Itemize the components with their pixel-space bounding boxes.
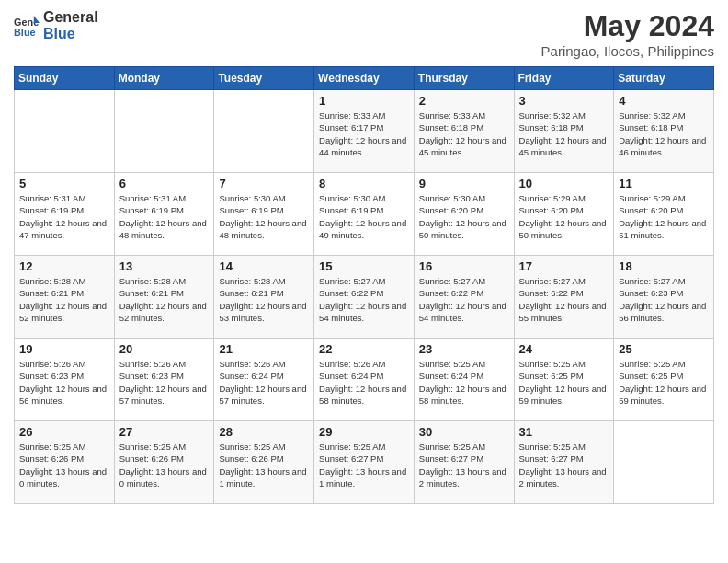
day-info: Sunrise: 5:32 AMSunset: 6:18 PMDaylight:… xyxy=(519,109,609,158)
day-number: 28 xyxy=(219,425,309,439)
month-title: May 2024 xyxy=(541,9,714,43)
calendar-cell: 22Sunrise: 5:26 AMSunset: 6:24 PMDayligh… xyxy=(314,339,415,421)
calendar-week-row: 26Sunrise: 5:25 AMSunset: 6:26 PMDayligh… xyxy=(15,421,714,504)
calendar-cell xyxy=(614,421,714,504)
day-number: 10 xyxy=(519,177,609,190)
day-number: 11 xyxy=(619,177,709,190)
calendar-cell: 17Sunrise: 5:27 AMSunset: 6:22 PMDayligh… xyxy=(514,256,614,339)
calendar-week-row: 5Sunrise: 5:31 AMSunset: 6:19 PMDaylight… xyxy=(15,173,714,256)
day-info: Sunrise: 5:25 AMSunset: 6:27 PMDaylight:… xyxy=(319,441,409,489)
day-number: 16 xyxy=(419,259,509,273)
day-info: Sunrise: 5:29 AMSunset: 6:20 PMDaylight:… xyxy=(519,192,609,241)
calendar-cell: 4Sunrise: 5:32 AMSunset: 6:18 PMDaylight… xyxy=(614,90,714,173)
calendar-cell: 29Sunrise: 5:25 AMSunset: 6:27 PMDayligh… xyxy=(314,421,415,504)
day-info: Sunrise: 5:29 AMSunset: 6:20 PMDaylight:… xyxy=(619,192,709,241)
day-number: 13 xyxy=(119,259,210,273)
calendar-cell: 18Sunrise: 5:27 AMSunset: 6:23 PMDayligh… xyxy=(614,256,714,339)
logo-line2: Blue xyxy=(43,26,98,42)
day-info: Sunrise: 5:25 AMSunset: 6:27 PMDaylight:… xyxy=(419,441,509,489)
day-number: 12 xyxy=(19,259,109,273)
day-number: 9 xyxy=(419,177,509,190)
day-info: Sunrise: 5:33 AMSunset: 6:17 PMDaylight:… xyxy=(319,109,409,158)
svg-text:Blue: Blue xyxy=(14,26,36,37)
logo-icon: Gene Blue xyxy=(14,13,40,39)
day-number: 7 xyxy=(219,177,309,190)
day-number: 22 xyxy=(319,342,409,356)
calendar-cell: 21Sunrise: 5:26 AMSunset: 6:24 PMDayligh… xyxy=(214,339,314,421)
day-info: Sunrise: 5:25 AMSunset: 6:25 PMDaylight:… xyxy=(519,358,609,407)
page-header: Gene Blue General Blue May 2024 Paringao… xyxy=(14,9,714,59)
day-info: Sunrise: 5:32 AMSunset: 6:18 PMDaylight:… xyxy=(619,109,709,158)
day-info: Sunrise: 5:33 AMSunset: 6:18 PMDaylight:… xyxy=(419,109,509,158)
day-info: Sunrise: 5:27 AMSunset: 6:23 PMDaylight:… xyxy=(619,275,709,324)
day-info: Sunrise: 5:30 AMSunset: 6:20 PMDaylight:… xyxy=(419,192,509,241)
calendar-cell: 15Sunrise: 5:27 AMSunset: 6:22 PMDayligh… xyxy=(314,256,415,339)
day-info: Sunrise: 5:28 AMSunset: 6:21 PMDaylight:… xyxy=(119,275,210,324)
title-block: May 2024 Paringao, Ilocos, Philippines xyxy=(541,9,714,59)
day-number: 27 xyxy=(119,425,210,439)
day-number: 30 xyxy=(419,425,509,439)
day-info: Sunrise: 5:28 AMSunset: 6:21 PMDaylight:… xyxy=(19,275,109,324)
calendar-week-row: 12Sunrise: 5:28 AMSunset: 6:21 PMDayligh… xyxy=(15,256,714,339)
day-number: 6 xyxy=(119,177,210,190)
day-info: Sunrise: 5:25 AMSunset: 6:25 PMDaylight:… xyxy=(619,358,709,407)
day-info: Sunrise: 5:30 AMSunset: 6:19 PMDaylight:… xyxy=(319,192,409,241)
day-info: Sunrise: 5:25 AMSunset: 6:26 PMDaylight:… xyxy=(119,441,210,489)
logo-line1: General xyxy=(43,9,98,26)
calendar-cell: 11Sunrise: 5:29 AMSunset: 6:20 PMDayligh… xyxy=(614,173,714,256)
day-number: 29 xyxy=(319,425,409,439)
header-saturday: Saturday xyxy=(614,67,714,90)
header-sunday: Sunday xyxy=(15,67,115,90)
calendar-cell: 31Sunrise: 5:25 AMSunset: 6:27 PMDayligh… xyxy=(514,421,614,504)
day-number: 2 xyxy=(419,94,509,108)
day-number: 20 xyxy=(119,342,210,356)
day-number: 1 xyxy=(319,94,409,108)
header-monday: Monday xyxy=(114,67,214,90)
calendar-cell: 14Sunrise: 5:28 AMSunset: 6:21 PMDayligh… xyxy=(214,256,314,339)
calendar-cell: 8Sunrise: 5:30 AMSunset: 6:19 PMDaylight… xyxy=(314,173,415,256)
day-info: Sunrise: 5:25 AMSunset: 6:27 PMDaylight:… xyxy=(519,441,609,489)
day-number: 5 xyxy=(19,177,109,190)
calendar-cell: 7Sunrise: 5:30 AMSunset: 6:19 PMDaylight… xyxy=(214,173,314,256)
calendar-cell: 26Sunrise: 5:25 AMSunset: 6:26 PMDayligh… xyxy=(15,421,115,504)
day-number: 26 xyxy=(19,425,109,439)
day-info: Sunrise: 5:27 AMSunset: 6:22 PMDaylight:… xyxy=(519,275,609,324)
calendar-week-row: 1Sunrise: 5:33 AMSunset: 6:17 PMDaylight… xyxy=(15,90,714,173)
calendar-cell: 23Sunrise: 5:25 AMSunset: 6:24 PMDayligh… xyxy=(414,339,514,421)
day-info: Sunrise: 5:31 AMSunset: 6:19 PMDaylight:… xyxy=(119,192,210,241)
day-info: Sunrise: 5:31 AMSunset: 6:19 PMDaylight:… xyxy=(19,192,109,241)
calendar-cell: 9Sunrise: 5:30 AMSunset: 6:20 PMDaylight… xyxy=(414,173,514,256)
day-info: Sunrise: 5:26 AMSunset: 6:23 PMDaylight:… xyxy=(19,358,109,407)
header-tuesday: Tuesday xyxy=(214,67,314,90)
day-number: 4 xyxy=(619,94,709,108)
calendar-cell: 28Sunrise: 5:25 AMSunset: 6:26 PMDayligh… xyxy=(214,421,314,504)
day-number: 24 xyxy=(519,342,609,356)
calendar-cell xyxy=(214,90,314,173)
day-info: Sunrise: 5:28 AMSunset: 6:21 PMDaylight:… xyxy=(219,275,309,324)
day-number: 19 xyxy=(19,342,109,356)
calendar-week-row: 19Sunrise: 5:26 AMSunset: 6:23 PMDayligh… xyxy=(15,339,714,421)
header-thursday: Thursday xyxy=(414,67,514,90)
calendar-cell: 30Sunrise: 5:25 AMSunset: 6:27 PMDayligh… xyxy=(414,421,514,504)
header-wednesday: Wednesday xyxy=(314,67,415,90)
weekday-header-row: Sunday Monday Tuesday Wednesday Thursday… xyxy=(15,67,714,90)
calendar-cell: 10Sunrise: 5:29 AMSunset: 6:20 PMDayligh… xyxy=(514,173,614,256)
day-info: Sunrise: 5:26 AMSunset: 6:23 PMDaylight:… xyxy=(119,358,210,407)
location-subtitle: Paringao, Ilocos, Philippines xyxy=(541,43,714,59)
day-number: 3 xyxy=(519,94,609,108)
day-info: Sunrise: 5:27 AMSunset: 6:22 PMDaylight:… xyxy=(319,275,409,324)
day-info: Sunrise: 5:25 AMSunset: 6:26 PMDaylight:… xyxy=(19,441,109,489)
day-info: Sunrise: 5:30 AMSunset: 6:19 PMDaylight:… xyxy=(219,192,309,241)
calendar-cell: 3Sunrise: 5:32 AMSunset: 6:18 PMDaylight… xyxy=(514,90,614,173)
logo: Gene Blue General Blue xyxy=(14,9,98,41)
calendar-cell: 20Sunrise: 5:26 AMSunset: 6:23 PMDayligh… xyxy=(114,339,214,421)
calendar-cell: 2Sunrise: 5:33 AMSunset: 6:18 PMDaylight… xyxy=(414,90,514,173)
day-number: 18 xyxy=(619,259,709,273)
calendar-cell: 13Sunrise: 5:28 AMSunset: 6:21 PMDayligh… xyxy=(114,256,214,339)
calendar-cell: 12Sunrise: 5:28 AMSunset: 6:21 PMDayligh… xyxy=(15,256,115,339)
day-info: Sunrise: 5:25 AMSunset: 6:24 PMDaylight:… xyxy=(419,358,509,407)
calendar-cell xyxy=(15,90,115,173)
calendar-cell: 24Sunrise: 5:25 AMSunset: 6:25 PMDayligh… xyxy=(514,339,614,421)
calendar-cell: 6Sunrise: 5:31 AMSunset: 6:19 PMDaylight… xyxy=(114,173,214,256)
calendar-cell: 5Sunrise: 5:31 AMSunset: 6:19 PMDaylight… xyxy=(15,173,115,256)
